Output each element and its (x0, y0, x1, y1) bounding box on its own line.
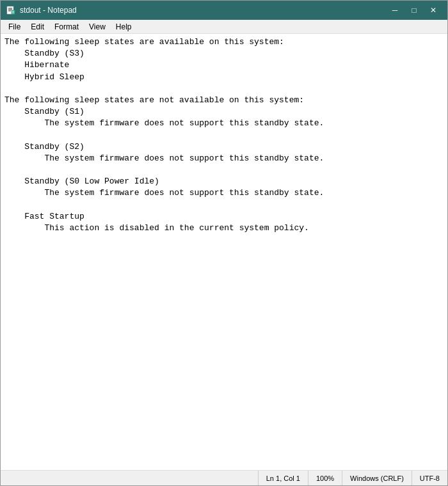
status-encoding: UTF-8 (412, 471, 447, 485)
menu-view[interactable]: View (84, 21, 111, 33)
notepad-window: stdout - Notepad ─ □ ✕ File Edit Format … (0, 0, 448, 486)
status-bar: Ln 1, Col 1 100% Windows (CRLF) UTF-8 (1, 470, 447, 485)
status-position: Ln 1, Col 1 (258, 471, 308, 485)
title-bar: stdout - Notepad ─ □ ✕ (1, 1, 447, 20)
menu-format[interactable]: Format (49, 21, 84, 33)
title-bar-left: stdout - Notepad (6, 5, 77, 15)
status-line-ending: Windows (CRLF) (342, 471, 412, 485)
close-button[interactable]: ✕ (424, 4, 442, 17)
window-controls: ─ □ ✕ (386, 4, 442, 17)
maximize-button[interactable]: □ (405, 4, 423, 17)
menu-file[interactable]: File (3, 21, 26, 33)
menu-help[interactable]: Help (111, 21, 137, 33)
menu-edit[interactable]: Edit (26, 21, 49, 33)
text-editor-area[interactable]: The following sleep states are available… (1, 34, 447, 470)
menu-bar: File Edit Format View Help (1, 20, 447, 34)
app-icon (6, 5, 16, 15)
text-content: The following sleep states are available… (4, 36, 444, 234)
svg-rect-4 (12, 10, 15, 14)
minimize-button[interactable]: ─ (386, 4, 404, 17)
status-zoom: 100% (308, 471, 342, 485)
window-title: stdout - Notepad (20, 6, 77, 15)
